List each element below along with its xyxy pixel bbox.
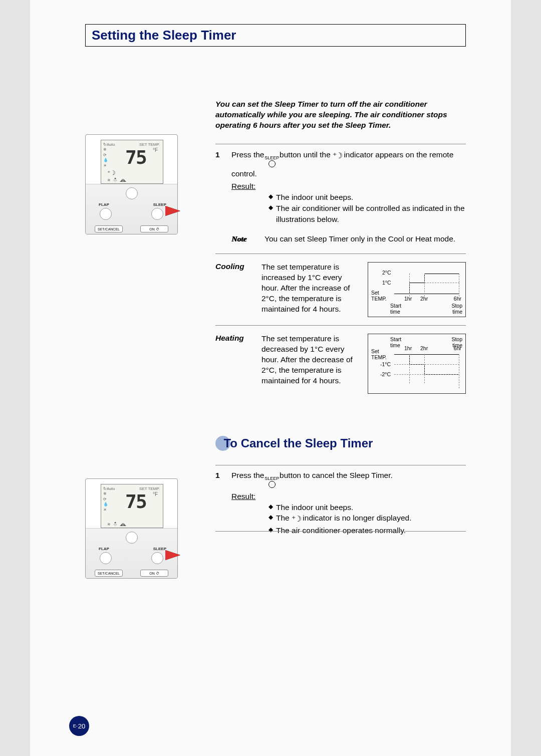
- hg-y2: -2°C: [380, 371, 391, 377]
- sleep-button-icon: SLEEP: [266, 156, 278, 167]
- step-body: Press the SLEEP button to cancel the Sle…: [231, 470, 466, 536]
- result2-2: The ⁺☽ indicator is no longer displayed.: [276, 513, 411, 525]
- moon-indicator-icon: ⁺☽: [333, 150, 342, 161]
- heating-label: Heating: [215, 334, 250, 394]
- hg-x1: 1hr: [404, 345, 412, 351]
- cg-set: Set: [371, 290, 379, 296]
- remote-setcancel-button: SET/CANCEL: [95, 225, 123, 232]
- heating-text: The set temperature is decreased by 1°C …: [261, 334, 357, 394]
- note-label: Note: [231, 233, 254, 244]
- divider: [215, 325, 466, 326]
- result-block: Result:: [231, 491, 466, 502]
- cg-stop: Stop: [451, 303, 462, 309]
- lcd-bottom-icons: ≋ ⛄ ◢◣: [107, 178, 127, 182]
- result-2: The air conditioner will be controlled a…: [276, 203, 466, 224]
- cg-temp: TEMP.: [371, 296, 387, 302]
- remote-sleep-button: [151, 552, 163, 564]
- remote-illustration-2: SET TEMP. ↻Auto❄⟳💧☀ 75 °F ≋ ⛄ ◢◣ FLAP SL…: [85, 478, 178, 579]
- step-text-part2: button until the: [280, 150, 333, 159]
- result-label: Result:: [231, 491, 261, 502]
- hg-y1: -1°C: [380, 361, 391, 367]
- step2-text-part1: Press the: [231, 471, 266, 479]
- lcd-temp-value: 75: [125, 490, 146, 513]
- result2-1: The indoor unit beeps.: [276, 502, 353, 513]
- remote-sleep-label: SLEEP: [153, 202, 166, 207]
- remote-lcd: SET TEMP. ↻Auto❄⟳💧☀ 75 °F ≋ ⛄ ◢◣: [101, 484, 163, 528]
- remote-button-area: FLAP SLEEP SET/CANCEL ON ⏱: [86, 184, 177, 234]
- lcd-temp-value: 75: [125, 146, 146, 168]
- divider: [215, 144, 466, 144]
- result-1: The indoor unit beeps.: [276, 192, 353, 203]
- moon-indicator-icon: ⁺☽: [292, 514, 301, 525]
- page-number: 20: [78, 722, 85, 730]
- result2-3: The air conditioner operates normally.: [276, 525, 406, 536]
- remote-sleep-label: SLEEP: [153, 547, 166, 551]
- hg-start: Start: [390, 336, 401, 342]
- section-title-box: Setting the Sleep Timer: [85, 24, 466, 47]
- pointer-arrow-icon: [165, 206, 180, 216]
- divider: [215, 254, 466, 254]
- remote-setcancel-button: SET/CANCEL: [95, 570, 123, 577]
- lcd-mode-icons: ↻Auto❄⟳💧☀: [103, 142, 115, 168]
- result-block: Result:: [231, 181, 466, 192]
- pointer-arrow-icon: [165, 550, 180, 560]
- heating-block: Heating The set temperature is decreased…: [215, 334, 466, 394]
- remote-flap-label: FLAP: [99, 547, 109, 551]
- step-text-part1: Press the: [231, 150, 266, 159]
- page-number-prefix: E-: [73, 723, 78, 728]
- remote-flap-label: FLAP: [99, 202, 109, 207]
- cg-y2: 2°C: [382, 270, 391, 276]
- section2-title: To Cancel the Sleep Timer: [223, 436, 373, 450]
- sleep-button-icon: SLEEP: [266, 476, 278, 488]
- hg-stop: Stop: [451, 336, 462, 342]
- section2-content: 1 Press the SLEEP button to cancel the S…: [215, 470, 466, 539]
- remote-on-button: ON ⏱: [140, 225, 168, 232]
- result-label: Result:: [231, 181, 261, 192]
- cg-start-time: time: [390, 309, 400, 315]
- remote-button-area: FLAP SLEEP SET/CANCEL ON ⏱: [86, 528, 177, 578]
- section1-content: You can set the Sleep Timer to turn off …: [215, 99, 466, 394]
- remote-flap-button: [100, 208, 112, 220]
- page-number-badge: E-20: [69, 716, 89, 736]
- lcd-mode-icons: ↻Auto❄⟳💧☀: [103, 486, 115, 513]
- lcd-bottom-icons: ≋ ⛄ ◢◣: [107, 522, 127, 527]
- divider: [215, 465, 466, 465]
- heating-graph: Start time Stop time 1hr 2hr 6hr Set TEM…: [368, 334, 466, 394]
- note-text: You can set Sleep Timer only in the Cool…: [264, 233, 455, 244]
- hg-set: Set: [371, 348, 379, 354]
- section1-title: Setting the Sleep Timer: [92, 28, 236, 43]
- hg-x2: 2hr: [420, 345, 428, 351]
- step-number: 1: [215, 149, 222, 244]
- cg-x1: 1hr: [404, 296, 412, 302]
- lcd-temp-unit: °F: [153, 147, 158, 153]
- step2-text-part2: button to cancel the Sleep Timer.: [280, 471, 393, 479]
- cg-x6: 6hr: [454, 296, 461, 302]
- remote-lcd: SET TEMP. ↻Auto❄⟳💧☀ 75 °F ⁺☽ ≋ ⛄ ◢◣: [101, 140, 163, 184]
- result-bullets: The indoor unit beeps. The air condition…: [268, 192, 466, 224]
- cooling-graph: Set TEMP. 2°C 1°C 1hr 2hr 6hr Start: [368, 262, 466, 317]
- divider: [215, 531, 466, 532]
- cg-start: Start: [390, 303, 401, 309]
- step-1-cancel: 1 Press the SLEEP button to cancel the S…: [215, 470, 466, 536]
- cg-y1: 1°C: [382, 280, 391, 286]
- step-body: Press the SLEEP button until the ⁺☽ indi…: [231, 149, 466, 244]
- cg-x2: 2hr: [420, 296, 428, 302]
- cooling-block: Cooling The set temperature is increased…: [215, 262, 466, 317]
- hg-temp: TEMP.: [371, 354, 387, 360]
- cooling-label: Cooling: [215, 262, 250, 317]
- hg-x6: 6hr: [454, 345, 461, 351]
- lcd-sleep-indicator: ⁺☽: [107, 169, 116, 176]
- note-row: Note You can set Sleep Timer only in the…: [231, 233, 466, 244]
- hg-start-time: time: [390, 342, 400, 348]
- remote-illustration-1: SET TEMP. ↻Auto❄⟳💧☀ 75 °F ⁺☽ ≋ ⛄ ◢◣ FLAP…: [85, 134, 178, 234]
- remote-center-button: [126, 187, 138, 199]
- cg-stop-time: time: [452, 309, 462, 315]
- remote-flap-button: [100, 552, 112, 564]
- cooling-text: The set temperature is increased by 1°C …: [261, 262, 357, 317]
- lcd-temp-unit: °F: [153, 491, 158, 497]
- section1-intro: You can set the Sleep Timer to turn off …: [215, 99, 466, 131]
- remote-center-button: [126, 532, 138, 544]
- remote-on-button: ON ⏱: [140, 570, 168, 577]
- step-1: 1 Press the SLEEP button until the ⁺☽ in…: [215, 149, 466, 244]
- manual-page: Setting the Sleep Timer SET TEMP. ↻Auto❄…: [30, 0, 511, 756]
